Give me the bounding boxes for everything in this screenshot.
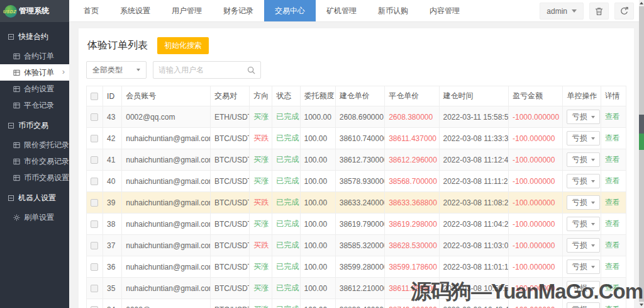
cell-account: nuhaichuntian@gmail.com — [122, 278, 211, 299]
cell-detail: 查看 — [601, 235, 626, 256]
control-select[interactable]: 亏损 — [567, 238, 600, 253]
view-link[interactable]: 查看 — [605, 112, 620, 121]
grid-icon — [13, 102, 20, 109]
view-link[interactable]: 查看 — [605, 198, 620, 207]
trash-button[interactable] — [589, 3, 609, 20]
cell-close-price: 38633.368800 — [385, 192, 439, 214]
sidebar-section-quick-contract[interactable]: 快捷合约 — [0, 25, 69, 48]
cell-detail: 查看 — [601, 299, 626, 308]
view-link[interactable]: 查看 — [605, 176, 620, 185]
cell-account: nuhaichuntian@gmail.com — [122, 235, 211, 256]
sidebar-item[interactable]: 限价委托记录 › — [0, 137, 69, 153]
type-filter-select[interactable]: 全部类型 — [86, 61, 147, 79]
reset-search-button[interactable]: 初始化搜索 — [157, 37, 209, 54]
cell-status: 已完成 — [272, 214, 300, 235]
grid-icon — [13, 69, 20, 76]
sidebar-item[interactable]: 市价交易记录 › — [0, 153, 69, 169]
cell-account: nuhaichuntian@gmail.com — [122, 214, 211, 235]
section-title: 快捷合约 — [18, 31, 48, 42]
row-checkbox[interactable] — [91, 242, 98, 249]
cell-checkbox — [87, 299, 103, 308]
control-select[interactable]: 亏损 — [567, 174, 600, 188]
sidebar-item[interactable]: 合约订单 › — [0, 48, 69, 64]
nav-item[interactable]: 首页 — [73, 0, 109, 21]
cell-detail: 查看 — [601, 192, 626, 214]
row-checkbox[interactable] — [91, 156, 98, 164]
row-checkbox[interactable] — [91, 263, 98, 271]
nav-item[interactable]: 矿机管理 — [316, 0, 367, 21]
user-dropdown[interactable]: admin — [540, 3, 584, 20]
cell-control: 亏损 — [563, 256, 601, 278]
app-title: 管理系统 — [19, 6, 49, 16]
sidebar-item[interactable]: 平仓记录 › — [0, 97, 69, 113]
cell-profit: -100.000000 — [509, 235, 563, 256]
cell-profit: -100.000000 — [509, 171, 563, 192]
row-checkbox[interactable] — [91, 113, 98, 121]
sidebar-item[interactable]: 合约设置 › — [0, 81, 69, 97]
nav-item[interactable]: 系统设置 — [109, 0, 161, 21]
table-row: 36 nuhaichuntian@gmail.com BTC/USDT 买涨 已… — [87, 256, 626, 278]
scrollbar-thumb[interactable] — [639, 115, 644, 134]
search-box — [153, 61, 261, 79]
main-content: 体验订单列表 初始化搜索 全部类型 — [69, 22, 639, 308]
direction-label: 买涨 — [253, 283, 269, 292]
direction-label: 买涨 — [253, 262, 269, 271]
view-link[interactable]: 查看 — [605, 283, 620, 292]
cell-checkbox — [87, 192, 103, 214]
status-label: 已完成 — [276, 241, 299, 249]
search-icon[interactable] — [247, 66, 260, 74]
control-select[interactable]: 亏损 — [567, 302, 600, 308]
row-checkbox[interactable] — [91, 178, 98, 185]
nav-item[interactable]: 交易中心 — [264, 0, 316, 21]
view-link[interactable]: 查看 — [605, 134, 620, 142]
cell-open-time: 2022-03-08 11:03:01 — [439, 235, 509, 256]
control-select[interactable]: 亏损 — [567, 110, 600, 124]
nav-item[interactable]: 财务记录 — [213, 0, 264, 21]
column-header: 方向 — [250, 86, 272, 106]
sidebar-section-coin-trade[interactable]: 币币交易 — [0, 113, 69, 137]
scrollbar-thumb-green[interactable] — [639, 134, 644, 150]
cell-profit: -100.000000 — [509, 192, 563, 214]
column-header: 委托额度 — [300, 86, 335, 106]
cell-detail: 查看 — [601, 149, 626, 171]
type-filter-value: 全部类型 — [92, 65, 123, 76]
nav-item[interactable]: 用户管理 — [161, 0, 213, 21]
nav-item[interactable]: 新币认购 — [367, 0, 419, 21]
row-checkbox[interactable] — [91, 285, 98, 292]
scroll-down-arrow-icon[interactable] — [639, 302, 644, 308]
view-link[interactable]: 查看 — [605, 262, 620, 271]
control-select[interactable]: 亏损 — [567, 281, 600, 295]
cell-control: 亏损 — [563, 235, 601, 256]
row-checkbox[interactable] — [91, 199, 98, 207]
nav-item[interactable]: 内容管理 — [419, 0, 470, 21]
status-label: 已完成 — [276, 112, 299, 121]
view-link[interactable]: 查看 — [605, 241, 620, 249]
view-link[interactable]: 查看 — [605, 219, 620, 228]
row-checkbox[interactable] — [91, 220, 98, 228]
row-checkbox[interactable] — [91, 135, 98, 142]
select-all-checkbox[interactable] — [91, 93, 98, 100]
cell-detail: 查看 — [601, 128, 626, 149]
table-header-row: ID 会员账号 交易对 方向 状态 委托额度 建仓单价 平仓单价 — [87, 86, 626, 106]
cell-status: 已完成 — [272, 256, 300, 278]
control-select[interactable]: 亏损 — [567, 131, 600, 145]
column-header: 状态 — [272, 86, 300, 106]
view-link[interactable]: 查看 — [605, 155, 620, 164]
vertical-scrollbar[interactable] — [639, 0, 644, 308]
username-search-input[interactable] — [153, 66, 247, 74]
sidebar-item[interactable]: 刷单设置 › — [0, 209, 69, 225]
control-select[interactable]: 亏损 — [567, 217, 600, 231]
sidebar-item[interactable]: 体验订单 › — [0, 64, 69, 81]
scroll-up-arrow-icon[interactable] — [639, 0, 644, 6]
view-link[interactable]: 查看 — [605, 305, 620, 308]
table-row: 41 nuhaichuntian@gmail.com BTC/USDT 买涨 已… — [87, 149, 626, 171]
sidebar-section-robot[interactable]: 机器人设置 — [0, 186, 69, 209]
control-select[interactable]: 亏损 — [567, 195, 600, 210]
control-select[interactable]: 亏损 — [567, 152, 600, 167]
control-select[interactable]: 亏损 — [567, 260, 600, 274]
refresh-button[interactable] — [614, 3, 634, 20]
cell-direction: 买涨 — [250, 171, 272, 192]
table-row: 37 nuhaichuntian@gmail.com BTC/USDT 买跌 已… — [87, 235, 626, 256]
cell-control: 亏损 — [563, 299, 601, 308]
sidebar-item[interactable]: 币币交易设置 › — [0, 169, 69, 186]
